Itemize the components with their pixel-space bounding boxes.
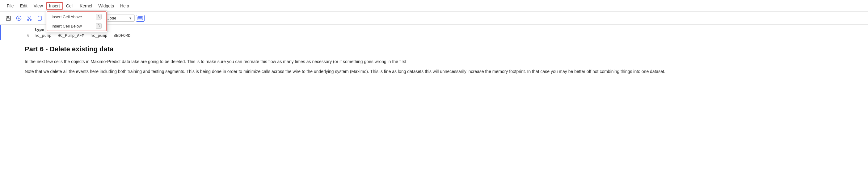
save-button[interactable]	[4, 14, 13, 23]
svg-rect-18	[138, 17, 143, 20]
svg-rect-2	[7, 18, 10, 20]
menu-file[interactable]: File	[4, 2, 17, 9]
svg-rect-25	[141, 18, 142, 19]
add-cell-button[interactable]	[14, 14, 24, 23]
cut-icon	[27, 16, 32, 21]
insert-cell-above-shortcut: A	[96, 14, 102, 20]
table-cell-siteid-type: hc_pump	[89, 32, 113, 38]
markdown-cell: Part 6 - Delete existing data In the nex…	[0, 40, 868, 83]
insert-cell-above-label: Insert Cell Above	[52, 15, 82, 19]
cell-type-value: Code	[106, 16, 116, 20]
insert-dropdown-menu: Insert Cell Above A Insert Cell Below B	[46, 10, 107, 32]
cell-type-arrow-icon: ▼	[128, 17, 132, 20]
table-cell-siteid: BEDFORD	[113, 32, 135, 38]
table-cell-type: hc_pump	[33, 32, 57, 38]
cell-type-select[interactable]: Code ▼	[104, 15, 135, 22]
menu-insert[interactable]: Insert	[46, 2, 63, 9]
markdown-paragraph-1: In the next few cells the objects in Max…	[25, 58, 849, 65]
menu-edit[interactable]: Edit	[17, 2, 31, 9]
save-icon	[6, 16, 11, 21]
copy-button[interactable]	[35, 14, 44, 23]
notebook: type deviceid site_id 0 hc_pump HC_Pump_…	[0, 25, 868, 83]
menu-help[interactable]: Help	[117, 2, 132, 9]
svg-rect-20	[139, 17, 140, 18]
menu-view[interactable]: View	[31, 2, 46, 9]
table-cell-idx: 0	[26, 32, 33, 38]
copy-icon	[37, 16, 43, 21]
cut-button[interactable]	[25, 14, 34, 23]
code-cell-output: type deviceid site_id 0 hc_pump HC_Pump_…	[0, 25, 868, 40]
markdown-paragraph-2: Note that we delete all the events here …	[25, 68, 849, 75]
insert-cell-below-label: Insert Cell Below	[52, 24, 82, 28]
plus-icon	[16, 16, 22, 21]
section-heading: Part 6 - Delete existing data	[25, 45, 849, 53]
table-header-idx	[26, 27, 33, 32]
svg-rect-19	[138, 17, 139, 18]
toolbar: Format Code ▼	[0, 12, 868, 25]
svg-rect-21	[140, 17, 141, 18]
svg-rect-24	[139, 18, 141, 19]
insert-cell-below-shortcut: B	[96, 23, 102, 29]
keyboard-icon	[137, 16, 143, 20]
svg-rect-22	[141, 17, 142, 18]
insert-cell-below-item[interactable]: Insert Cell Below B	[47, 21, 106, 31]
insert-menu-wrapper: Insert Cell Above A Insert Cell Below B	[46, 11, 106, 31]
menubar: File Edit View Insert Cell Kernel Widget…	[0, 0, 868, 12]
menu-widgets[interactable]: Widgets	[95, 2, 117, 9]
svg-rect-1	[7, 16, 9, 18]
table-row: 0 hc_pump HC_Pump_AFM hc_pump BEDFORD	[26, 32, 135, 38]
menu-kernel[interactable]: Kernel	[76, 2, 95, 9]
insert-cell-above-item[interactable]: Insert Cell Above A	[47, 12, 106, 21]
table-cell-deviceid: HC_Pump_AFM	[57, 32, 89, 38]
svg-rect-23	[138, 18, 139, 19]
svg-rect-11	[38, 17, 41, 21]
keyboard-shortcuts-button[interactable]	[136, 15, 145, 22]
menu-cell[interactable]: Cell	[63, 2, 76, 9]
